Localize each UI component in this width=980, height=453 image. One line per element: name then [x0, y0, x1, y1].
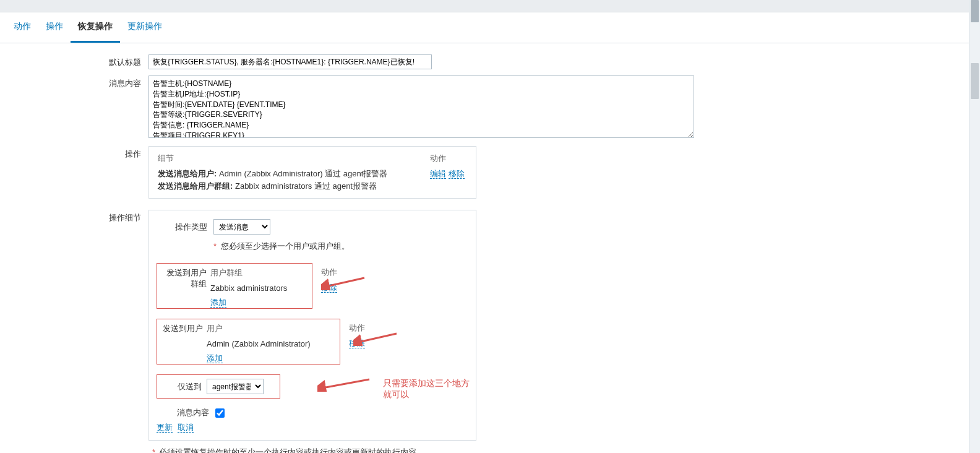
tab-operation[interactable]: 操作 — [38, 12, 71, 43]
tab-bar: 动作 操作 恢复操作 更新操作 — [0, 12, 980, 43]
svg-line-5 — [322, 379, 369, 388]
ops-remove-link[interactable]: 移除 — [449, 170, 465, 179]
ops-line2-label: 发送消息给用户群组: — [158, 181, 233, 191]
col-user: 用户 — [207, 323, 335, 334]
scrollbar-thumb[interactable] — [971, 63, 979, 99]
only-send-to-select[interactable]: agent报警器 — [207, 379, 264, 394]
ops-col-detail: 细节 — [158, 153, 430, 164]
col-user-group: 用户群组 — [210, 267, 307, 278]
label-send-to-user-group: 发送到用户群组 — [162, 267, 210, 304]
label-default-subject: 默认标题 — [5, 54, 148, 68]
default-subject-input[interactable] — [148, 54, 432, 69]
col-action-1: 动作 — [321, 267, 470, 278]
required-asterisk-icon: * — [213, 241, 217, 251]
user-group-value: Zabbix administrators — [210, 283, 307, 293]
user-value: Admin (Zabbix Administrator) — [207, 339, 335, 348]
ops-edit-link[interactable]: 编辑 — [430, 170, 446, 179]
header-bar — [0, 0, 980, 12]
tab-recovery[interactable]: 恢复操作 — [71, 12, 120, 43]
user-group-add-link[interactable]: 添加 — [210, 298, 226, 308]
user-group-remove-link[interactable]: 移除 — [321, 283, 337, 293]
tab-action[interactable]: 动作 — [6, 12, 38, 43]
operations-box: 细节 动作 发送消息给用户: Admin (Zabbix Administrat… — [148, 146, 476, 199]
operation-type-select[interactable]: 发送消息 — [213, 219, 270, 235]
form-area: 默认标题 消息内容 操作 细节 动作 发送消息给用户: Admin (Zabbi… — [0, 43, 980, 453]
arrow-annotation-icon — [317, 376, 372, 392]
scrollbar-track[interactable] — [969, 0, 980, 453]
user-add-link[interactable]: 添加 — [207, 354, 223, 363]
label-message-content: 消息内容 — [5, 76, 148, 89]
label-operation-detail: 操作细节 — [5, 210, 148, 223]
annotation-text: 只需要添加这三个地方就可以 — [383, 378, 470, 400]
user-remove-link[interactable]: 移除 — [349, 339, 365, 348]
message-content-textarea[interactable] — [148, 76, 694, 138]
col-action-2: 动作 — [349, 322, 470, 334]
label-only-send-to: 仅送到 — [162, 381, 207, 392]
operation-detail-box: 操作类型 发送消息 * 您必须至少选择一个用户或用户组。 发送到用户群组 用户群… — [148, 210, 476, 441]
ops-line1-text: Admin (Zabbix Administrator) 通过 agent报警器 — [217, 169, 387, 178]
label-send-to-user: 发送到用户 — [162, 323, 207, 360]
footnote-text: 必须设置恢复操作时的至少一个执行内容或执行内容或更新时的执行内容。 — [159, 447, 424, 453]
required-asterisk-icon: * — [152, 447, 155, 453]
label-operations: 操作 — [5, 146, 148, 160]
detail-update-link[interactable]: 更新 — [157, 423, 173, 433]
ops-col-action: 动作 — [430, 153, 467, 164]
tab-update[interactable]: 更新操作 — [120, 12, 170, 43]
message-content-checkbox[interactable] — [215, 408, 225, 418]
ops-line1-label: 发送消息给用户: — [158, 169, 217, 178]
scrollbar-thumb[interactable] — [971, 0, 979, 22]
detail-cancel-link[interactable]: 取消 — [178, 423, 194, 433]
label-msg-content: 消息内容 — [157, 407, 215, 418]
ops-line2-text: Zabbix administrators 通过 agent报警器 — [233, 181, 377, 191]
label-operation-type: 操作类型 — [157, 222, 213, 233]
hint-text: 您必须至少选择一个用户或用户组。 — [221, 241, 350, 251]
